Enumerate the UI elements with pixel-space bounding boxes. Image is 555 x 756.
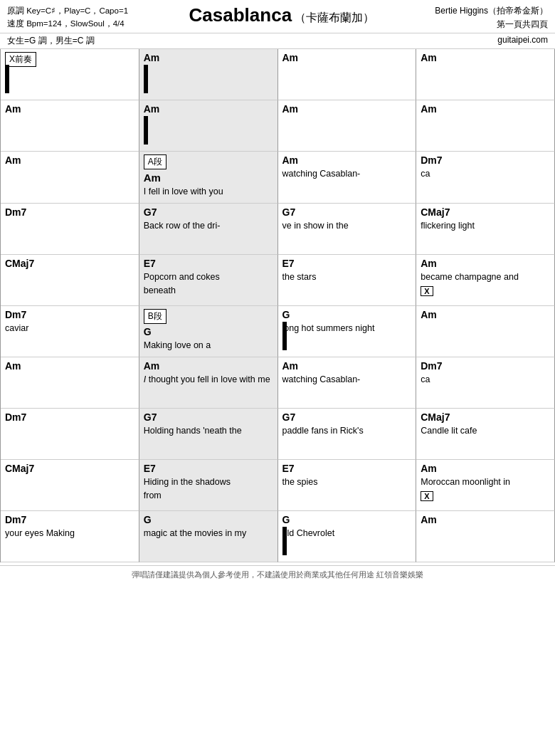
lyric-text: Holding hands 'neath the — [144, 424, 273, 438]
song-title: Casablanca — [189, 4, 292, 26]
chord-name: G — [144, 326, 273, 337]
chord-name: CMaj7 — [421, 206, 550, 218]
chord-name: Dm7 — [421, 360, 550, 372]
chord-cell-r8-c2: E7the spies — [278, 460, 417, 511]
chord-name: Dm7 — [5, 411, 134, 423]
chord-cell-r7-c2: G7paddle fans in Rick's — [278, 409, 417, 460]
chord-cell-r6-c1: AmI thought you fell in love with me — [139, 357, 278, 409]
chord-cell-r0-c3: Am — [416, 49, 555, 100]
footer: 彈唱請僅建議提供為個人參考使用，不建議使用於商業或其他任何用途 紅領音樂娛樂 — [0, 565, 555, 584]
key-note: 女生=G 調，男生=C 調 — [7, 35, 95, 47]
chord-cell-r4-c3: Ambecame champagne andX — [416, 255, 555, 306]
song-subtitle: （卡薩布蘭加） — [295, 11, 374, 23]
chord-name: Am — [282, 52, 412, 63]
lyric-text: I thought you fell in love with me — [144, 373, 273, 387]
chord-name: Am — [282, 154, 412, 166]
lyric-text: became champagne and — [421, 271, 550, 284]
website: guitaipei.com — [497, 35, 548, 47]
chord-name: Am — [421, 309, 550, 320]
lyric-text: caviar — [5, 322, 134, 335]
chord-name: CMaj7 — [421, 411, 550, 423]
header-left: 原調 Key=C♯，Play=C，Capo=1 速度 Bpm=124，SlowS… — [7, 4, 128, 31]
chord-cell-r0-c0: X前奏 — [1, 49, 139, 100]
chord-cell-r1-c3: Am — [416, 100, 555, 152]
x-marker: X — [421, 491, 433, 501]
chord-cell-r7-c0: Dm7 — [1, 409, 139, 460]
chord-cell-r1-c2: Am — [278, 100, 417, 152]
chord-cell-r9-c1: Gmagic at the movies in my — [139, 511, 278, 562]
section-label: X前奏 — [5, 52, 36, 67]
bar-line-double — [282, 527, 287, 555]
chord-cell-r2-c0: Am — [1, 152, 139, 204]
chord-cell-r3-c0: Dm7 — [1, 204, 139, 255]
chord-name: E7 — [282, 463, 412, 474]
lyric-text: watching Casablan- — [282, 167, 412, 181]
chord-name: G — [282, 514, 412, 525]
chord-cell-r5-c1: B段GMaking love on a — [139, 306, 278, 357]
chord-cell-r2-c1: A段AmI fell in love with you — [139, 152, 278, 204]
chord-cell-r5-c0: Dm7caviar — [1, 306, 139, 357]
chord-name: Am — [421, 514, 550, 525]
chord-cell-r2-c3: Dm7ca — [416, 152, 555, 204]
chord-cell-r5-c3: Am — [416, 306, 555, 357]
bar-line-double — [282, 322, 287, 350]
chord-cell-r5-c2: Glong hot summers night — [278, 306, 417, 357]
lyric-text: the stars — [282, 271, 412, 284]
chord-name: Dm7 — [421, 154, 550, 166]
lyric-text: I fell in love with you — [144, 185, 273, 199]
chord-cell-r6-c3: Dm7ca — [416, 357, 555, 409]
lyric-text: your eyes Making — [5, 527, 134, 540]
chord-cell-r2-c2: Amwatching Casablan- — [278, 152, 417, 204]
chord-name: CMaj7 — [5, 463, 134, 474]
chord-name: Am — [144, 172, 273, 184]
lyric-text: magic at the movies in my — [144, 527, 273, 540]
lyric-text: ve in show in the — [282, 219, 412, 233]
chord-cell-r0-c1: Am — [139, 49, 278, 100]
chord-name: Am — [421, 258, 550, 269]
chord-cell-r4-c1: E7Popcorn and cokes beneath — [139, 255, 278, 306]
bar-line-double — [5, 65, 9, 93]
chord-name: E7 — [144, 463, 273, 474]
header-center: Casablanca （卡薩布蘭加） — [128, 4, 435, 26]
chord-name: G7 — [282, 206, 412, 218]
chord-cell-r6-c0: Am — [1, 357, 139, 409]
chord-cell-r3-c2: G7ve in show in the — [278, 204, 417, 255]
lyric-text: ca — [421, 373, 550, 387]
header-right: Bertie Higgins（拍帝希金斯） 第一頁共四頁 — [435, 4, 548, 31]
bar-line-double — [144, 116, 148, 145]
chord-name: Am — [282, 103, 412, 115]
artist-name: Bertie Higgins（拍帝希金斯） — [435, 4, 548, 18]
chord-name: Am — [421, 463, 550, 474]
chord-grid-wrapper: X前奏AmAmAmAmAmAmAmAmA段AmI fell in love wi… — [0, 49, 555, 562]
chord-name: Am — [144, 103, 273, 115]
chord-cell-r3-c1: G7Back row of the dri- — [139, 204, 278, 255]
lyric-text: flickering light — [421, 219, 550, 233]
chord-cell-r8-c3: AmMoroccan moonlight inX — [416, 460, 555, 511]
chord-name: Am — [144, 360, 273, 372]
lyric-text: long hot summers night — [282, 322, 412, 335]
lyric-text: Popcorn and cokes beneath — [144, 271, 273, 298]
chord-name: Dm7 — [5, 514, 134, 525]
chord-name: Dm7 — [5, 206, 134, 218]
chord-cell-r6-c2: Amwatching Casablan- — [278, 357, 417, 409]
lyric-text: Making love on a — [144, 339, 273, 352]
key-info: 原調 Key=C♯，Play=C，Capo=1 — [7, 4, 128, 17]
header: 原調 Key=C♯，Play=C，Capo=1 速度 Bpm=124，SlowS… — [0, 0, 555, 33]
sub-header: 女生=G 調，男生=C 調 guitaipei.com — [0, 33, 555, 49]
lyric-text: paddle fans in Rick's — [282, 424, 412, 438]
lyric-text: Moroccan moonlight in — [421, 476, 550, 489]
chord-cell-r9-c0: Dm7your eyes Making — [1, 511, 139, 562]
chord-name: Am — [5, 103, 134, 115]
chord-cell-r1-c1: Am — [139, 100, 278, 152]
page-info: 第一頁共四頁 — [435, 18, 548, 31]
chord-name: G — [282, 309, 412, 320]
x-marker: X — [421, 286, 433, 296]
chord-name: G7 — [144, 206, 273, 218]
chord-cell-r4-c2: E7the stars — [278, 255, 417, 306]
chord-name: E7 — [282, 258, 412, 269]
page: 原調 Key=C♯，Play=C，Capo=1 速度 Bpm=124，SlowS… — [0, 0, 555, 584]
chord-cell-r9-c2: Gold Chevrolet — [278, 511, 417, 562]
lyric-text: ca — [421, 167, 550, 181]
tempo-info: 速度 Bpm=124，SlowSoul，4/4 — [7, 17, 128, 30]
chord-name: Dm7 — [5, 309, 134, 320]
